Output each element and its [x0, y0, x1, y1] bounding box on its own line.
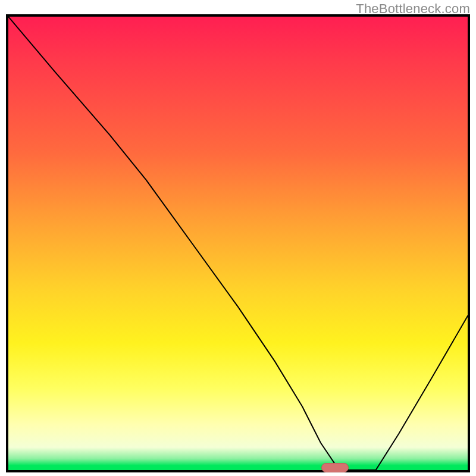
bottleneck-curve-path	[8, 17, 468, 470]
valley-marker	[321, 463, 349, 472]
bottleneck-curve	[8, 17, 468, 470]
chart-frame	[6, 14, 470, 472]
